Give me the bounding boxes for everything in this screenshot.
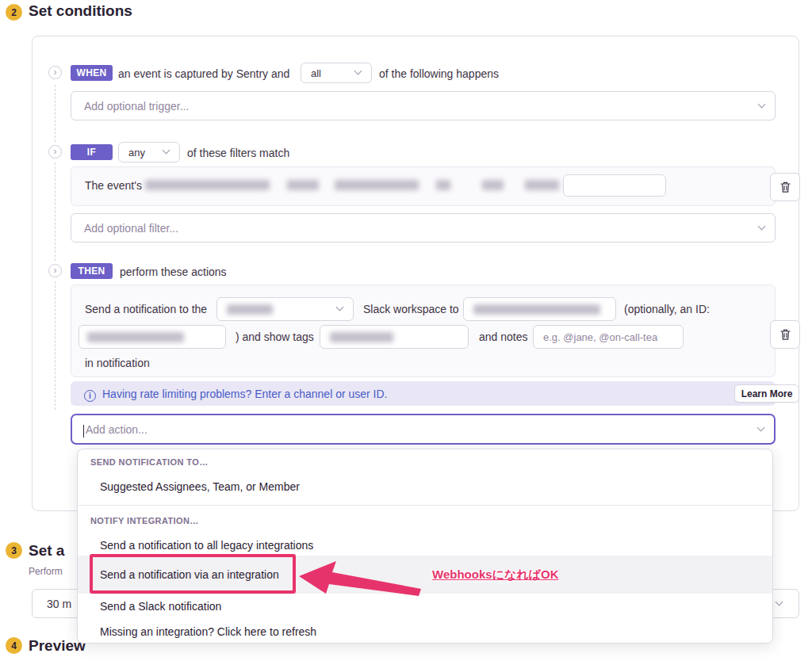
redacted-value bbox=[335, 180, 419, 190]
redacted-value bbox=[287, 180, 319, 190]
redacted-value bbox=[330, 332, 393, 342]
step-3-title: Set a bbox=[29, 542, 64, 560]
redacted-value bbox=[525, 180, 559, 190]
chevron-down-icon bbox=[776, 598, 783, 606]
delete-filter-button[interactable] bbox=[770, 173, 800, 201]
notes-input[interactable]: e.g. @jane, @on-call-tea bbox=[533, 325, 684, 349]
redacted-value bbox=[473, 304, 600, 315]
channel-input[interactable] bbox=[463, 297, 616, 321]
chevron-down-icon bbox=[758, 222, 766, 230]
menu-group-notify-integration-label: NOTIFY INTEGRATION… bbox=[90, 516, 199, 525]
action-in-notification-label: in notification bbox=[85, 357, 150, 369]
add-trigger-select[interactable]: Add optional trigger... bbox=[71, 91, 776, 120]
when-match-select[interactable]: all bbox=[301, 63, 372, 83]
trash-icon bbox=[779, 328, 791, 341]
then-badge: THEN bbox=[71, 263, 113, 279]
notes-placeholder: e.g. @jane, @on-call-tea bbox=[543, 331, 657, 343]
if-match-select[interactable]: any bbox=[118, 142, 180, 162]
delete-action-button[interactable] bbox=[770, 320, 800, 349]
if-badge: IF bbox=[71, 144, 113, 160]
chevron-down-icon bbox=[758, 100, 766, 108]
when-match-select-value: all bbox=[311, 67, 321, 79]
action-show-tags-label: ) and show tags bbox=[236, 330, 314, 343]
chevron-down-icon bbox=[336, 304, 344, 311]
filter-row-prefix: The event's bbox=[85, 179, 142, 192]
then-node-chevron-icon[interactable] bbox=[48, 264, 62, 277]
add-action-input[interactable]: Add action... bbox=[71, 414, 776, 445]
annotation-highlight-box bbox=[90, 554, 296, 594]
interval-select-value: 30 m bbox=[47, 598, 71, 610]
redacted-value bbox=[482, 180, 504, 190]
redacted-value bbox=[87, 332, 184, 342]
menu-group-send-notification-label: SEND NOTIFICATION TO… bbox=[90, 457, 209, 467]
menu-item-suggested-assignees[interactable]: Suggested Assignees, Team, or Member bbox=[78, 475, 772, 499]
filter-value-input[interactable] bbox=[563, 174, 666, 197]
workspace-select[interactable] bbox=[216, 297, 354, 321]
step-3-subtitle: Perform bbox=[29, 566, 63, 577]
redacted-value bbox=[227, 304, 273, 315]
add-action-dropdown-menu: SEND NOTIFICATION TO… Suggested Assignee… bbox=[77, 449, 773, 644]
step-3-number-badge: 3 bbox=[6, 542, 22, 559]
redacted-value bbox=[436, 180, 450, 190]
alert-rule-builder-page: 2 Set conditions WHEN an event is captur… bbox=[0, 0, 812, 661]
when-text-before: an event is captured by Sentry and bbox=[118, 67, 289, 80]
channel-id-input[interactable] bbox=[79, 325, 226, 349]
add-filter-select[interactable]: Add optional filter... bbox=[71, 213, 776, 243]
step-2-title: Set conditions bbox=[29, 2, 132, 20]
chevron-down-icon bbox=[163, 147, 170, 155]
connector-line bbox=[55, 281, 56, 410]
if-text-after: of these filters match bbox=[187, 147, 289, 159]
info-icon bbox=[84, 388, 96, 402]
chevron-down-icon bbox=[757, 423, 765, 431]
action-optionally-label: (optionally, an ID: bbox=[624, 303, 710, 315]
action-workspace-to-label: Slack workspace to bbox=[363, 303, 459, 315]
connector-line bbox=[55, 162, 56, 261]
connector-line bbox=[55, 85, 56, 142]
redacted-value bbox=[145, 180, 270, 190]
action-send-to-label: Send a notification to the bbox=[85, 303, 207, 315]
add-action-placeholder: Add action... bbox=[86, 423, 147, 436]
action-and-notes-label: and notes bbox=[479, 330, 528, 343]
step-2-number-badge: 2 bbox=[6, 4, 22, 21]
when-text-after: of the following happens bbox=[379, 67, 499, 80]
then-text: perform these actions bbox=[120, 266, 227, 278]
add-trigger-placeholder: Add optional trigger... bbox=[84, 100, 189, 113]
when-node-chevron-icon[interactable] bbox=[48, 66, 62, 79]
when-badge: WHEN bbox=[71, 65, 113, 81]
rate-limit-banner-text: Having rate limiting problems? Enter a c… bbox=[102, 388, 388, 400]
step-4-number-badge: 4 bbox=[6, 637, 22, 654]
action-row: Send a notification to the Slack workspa… bbox=[71, 285, 776, 377]
conditions-card: WHEN an event is captured by Sentry and … bbox=[32, 36, 799, 511]
tags-input[interactable] bbox=[320, 325, 469, 349]
rate-limit-banner: Having rate limiting problems? Enter a c… bbox=[71, 381, 776, 406]
annotation-note-text: WebhooksになればOK bbox=[432, 567, 558, 583]
if-match-select-value: any bbox=[128, 147, 145, 159]
menu-item-missing-integration-refresh[interactable]: Missing an integration? Click here to re… bbox=[78, 619, 772, 644]
filter-row: The event's bbox=[71, 166, 776, 206]
if-node-chevron-icon[interactable] bbox=[48, 145, 62, 159]
chevron-down-icon bbox=[354, 67, 362, 75]
menu-divider bbox=[78, 505, 772, 506]
trash-icon bbox=[779, 181, 791, 193]
learn-more-button[interactable]: Learn More bbox=[734, 384, 799, 403]
annotation-arrow-icon bbox=[293, 555, 428, 602]
add-filter-placeholder: Add optional filter... bbox=[84, 222, 178, 235]
